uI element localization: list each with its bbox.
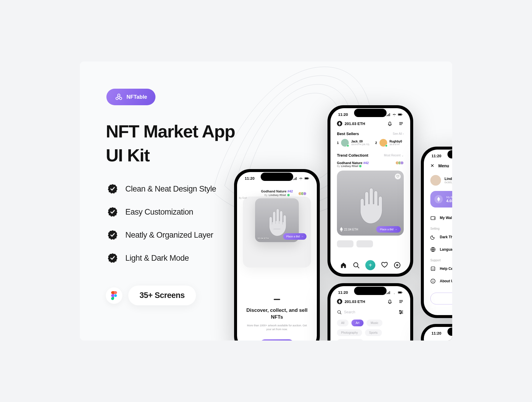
phone-search: 11:20 201.03 ETH Search All Art Music Ph… xyxy=(327,283,413,341)
section-label: Support xyxy=(424,256,452,262)
check-seal-icon xyxy=(108,207,118,217)
feature-row: Clean & Neat Design Style xyxy=(108,184,216,194)
tab-add[interactable]: + xyxy=(365,260,375,270)
svg-rect-8 xyxy=(398,114,402,115)
tab-favorite[interactable] xyxy=(381,262,388,269)
tab-search[interactable] xyxy=(353,262,360,269)
nft-author: By Lindsey Rhiel xyxy=(247,194,306,197)
status-time: 11:20 xyxy=(338,112,348,117)
brand-badge: NFTable xyxy=(106,89,155,105)
svg-point-1 xyxy=(116,97,118,100)
nft-price: 22.04 ETH xyxy=(340,227,358,232)
check-seal-icon xyxy=(108,230,118,240)
brand-logo-icon xyxy=(115,93,123,101)
tab-profile[interactable] xyxy=(394,262,401,269)
wallet-balance[interactable]: 201.03 ETH xyxy=(337,121,365,126)
seller-item[interactable]: 2Rughby016.8 ETH xyxy=(375,139,402,147)
get-started-button[interactable]: Get Started xyxy=(259,339,294,341)
screens-count: 35+ Screens xyxy=(128,286,196,305)
nft-author: By Lindsey Rhiel xyxy=(337,165,369,168)
see-all-link[interactable]: See All › xyxy=(393,132,404,135)
status-time: 11:20 xyxy=(338,290,348,295)
close-icon[interactable]: ✕ xyxy=(430,163,434,168)
heart-icon[interactable] xyxy=(395,174,401,179)
onboard-heading: Discover, collect, and sell NFTs xyxy=(246,307,308,321)
feature-list: Clean & Neat Design Style Easy Customiza… xyxy=(108,184,216,263)
menu-language[interactable]: Language xyxy=(424,243,452,256)
tab-bar: + xyxy=(337,260,404,270)
bell-icon[interactable] xyxy=(387,299,392,304)
onboard-subtext: More than 1000+ artwork available for au… xyxy=(246,324,308,332)
nft-title: Godhand Nature #42 xyxy=(247,189,306,193)
nft-image-large[interactable]: 22.04 ETH Place a Bid→ xyxy=(337,171,404,236)
profile-row[interactable]: Lindsey R0x365_4 xyxy=(424,171,452,189)
tab-home[interactable] xyxy=(340,262,347,269)
phone-onboarding: 11:20 By God Godhand Nature #42 By Linds… xyxy=(234,169,320,341)
nft-title: Godhand Nature #42 xyxy=(337,161,369,165)
status-time: 11:20 xyxy=(432,331,441,335)
verified-icon xyxy=(287,194,290,196)
phone-partial: 11:20 xyxy=(421,324,452,341)
chip[interactable]: Virtual Worlds xyxy=(337,339,364,341)
check-seal-icon xyxy=(108,184,118,194)
svg-point-3 xyxy=(114,294,117,297)
svg-rect-9 xyxy=(402,114,402,115)
svg-point-10 xyxy=(353,263,358,267)
figma-chip xyxy=(106,287,122,304)
chip[interactable]: Music xyxy=(366,320,382,326)
svg-rect-19 xyxy=(398,292,402,293)
svg-text:24: 24 xyxy=(432,268,434,270)
svg-point-21 xyxy=(338,310,340,313)
search-input[interactable]: Search xyxy=(337,310,395,315)
bell-icon[interactable] xyxy=(387,121,392,126)
dynamic-island xyxy=(354,109,387,117)
nft-image: 32.04 ETH Place a Bid → xyxy=(255,198,299,242)
menu-dark[interactable]: Dark Them xyxy=(424,231,452,243)
svg-point-12 xyxy=(397,265,398,266)
balance-card[interactable]: My Balance4.033 E xyxy=(430,191,452,208)
page-title: NFT Market AppUI Kit xyxy=(106,119,235,167)
avatar xyxy=(341,139,349,147)
search-icon xyxy=(337,310,342,315)
eth-icon xyxy=(337,121,342,126)
bidder-avatars xyxy=(397,161,404,168)
disconnect-button[interactable]: Disc xyxy=(430,293,452,304)
page-indicator xyxy=(237,296,317,301)
feature-row: Light & Dark Mode xyxy=(108,253,216,263)
status-time: 11:20 xyxy=(245,176,254,181)
menu-wallet[interactable]: My Wallet xyxy=(424,212,452,224)
svg-point-11 xyxy=(395,262,400,268)
menu-icon[interactable] xyxy=(398,299,404,304)
back-author: By God xyxy=(239,197,247,199)
dynamic-island xyxy=(261,173,293,181)
brand-name: NFTable xyxy=(126,94,147,100)
seller-item[interactable]: 1Jack_0918.8 ETH (18.72) xyxy=(337,139,369,147)
feature-row: Easy Customization xyxy=(108,207,216,217)
svg-rect-6 xyxy=(309,178,309,179)
filter-icon[interactable] xyxy=(398,309,404,315)
chip-active[interactable]: Art xyxy=(351,320,364,326)
chip[interactable]: Sports xyxy=(365,329,382,336)
wallet-balance[interactable]: 201.03 ETH xyxy=(337,299,365,304)
chip[interactable]: All xyxy=(337,320,348,326)
sort-select[interactable]: Most Recent ⌄ xyxy=(384,154,404,157)
section-best-sellers: Best Sellers xyxy=(337,132,359,136)
bid-button[interactable]: Place a Bid→ xyxy=(376,226,401,233)
figma-icon xyxy=(111,291,117,300)
status-icons xyxy=(293,176,309,181)
check-seal-icon xyxy=(108,253,118,263)
bid-button[interactable]: Place a Bid → xyxy=(283,233,306,240)
status-time: 11:20 xyxy=(432,154,441,158)
phone-menu: 11:20 ✕Menu Lindsey R0x365_4 My Balance4… xyxy=(421,147,452,318)
avatar xyxy=(430,175,441,186)
dynamic-island xyxy=(354,287,387,295)
feature-row: Neatly & Organized Layer xyxy=(108,230,216,240)
nft-price: 32.04 ETH xyxy=(257,237,269,240)
svg-rect-20 xyxy=(402,292,402,293)
menu-about[interactable]: About Us xyxy=(424,275,452,287)
menu-icon[interactable] xyxy=(398,121,404,126)
svg-point-2 xyxy=(119,97,122,100)
chip[interactable]: Photography xyxy=(337,329,362,336)
menu-help[interactable]: 24Help Center xyxy=(424,262,452,275)
section-trend: Trend Collectiont xyxy=(337,153,368,158)
